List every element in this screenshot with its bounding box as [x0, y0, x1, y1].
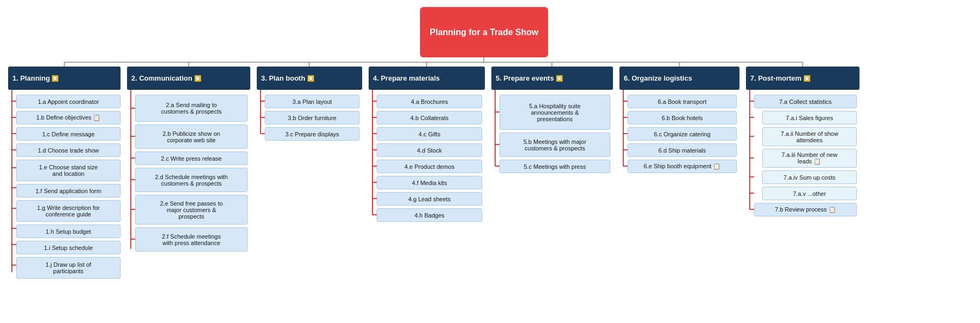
col2-label: 2. Communication	[131, 74, 192, 82]
col-header-logistics: 6. Organize logistics	[619, 67, 739, 90]
item-1i: 1.i Setup schedule	[16, 241, 121, 254]
col5-note-icon: 📋	[556, 75, 563, 82]
col-header-communication: 2. Communication 📋	[127, 67, 250, 90]
col1-note-icon: 📋	[52, 75, 58, 82]
item-1f: 1.f Send application form	[16, 184, 121, 197]
col-header-events: 5. Prepare events 📋	[491, 67, 613, 90]
item-1e: 1.e Choose stand sizeand location	[16, 160, 121, 181]
item-1g: 1.g Write description forconference guid…	[16, 200, 121, 222]
col5-label: 5. Prepare events	[496, 74, 554, 82]
item-6c: 6.c Organize catering	[628, 127, 737, 141]
col4-label: 4. Prepare materials	[373, 74, 440, 82]
col-header-planning: 1. Planning 📋	[8, 67, 121, 90]
item-2d: 2.d Schedule meetings withcustomers & pr…	[135, 168, 248, 192]
col7-label: 7. Post-mortem	[750, 74, 802, 82]
col6-label: 6. Organize logistics	[624, 74, 692, 82]
item-4f: 4.f Media kits	[377, 176, 482, 189]
item-6a: 6.a Book transport	[628, 95, 737, 108]
col7-note-icon: 📋	[804, 75, 810, 82]
item-1d: 1.d Choose trade show	[16, 143, 121, 157]
item-5a: 5.a Hospitality suiteannouncements &pres…	[499, 95, 610, 130]
item-4h: 4.h Badges	[377, 208, 482, 222]
item-1c: 1.c Define message	[16, 127, 121, 141]
item-7aiii: 7.a.iii Number of newleads 📋	[762, 149, 857, 168]
item-2b: 2.b Publicize show oncorporate web site	[135, 124, 248, 149]
item-7a: 7.a Collect statistics	[754, 95, 857, 108]
col-header-planbooth: 3. Plan booth 📋	[257, 67, 362, 90]
item-2f: 2.f Schedule meetingswith press attendan…	[135, 227, 248, 252]
item-2a: 2.a Send mailing tocustomers & prospects	[135, 95, 248, 122]
item-4c: 4.c Gifts	[377, 127, 482, 141]
root-label: Planning for a Trade Show	[430, 28, 538, 37]
item-3c: 3.c Prepare displays	[265, 127, 359, 141]
root-node: Planning for a Trade Show	[420, 7, 548, 57]
col1-label: 1. Planning	[12, 74, 50, 82]
item-4a: 4.a Brochures	[377, 95, 482, 108]
col3-label: 3. Plan booth	[261, 74, 305, 82]
item-6d: 6.d Ship materials	[628, 143, 737, 157]
item-4g: 4.g Lead sheets	[377, 192, 482, 206]
item-2e: 2.e Send free passes tomajor customers &…	[135, 195, 248, 225]
item-7ai: 7.a.i Sales figures	[762, 111, 857, 124]
item-1j: 1.j Draw up list ofparticipants	[16, 257, 121, 279]
item-4d: 4.d Stock	[377, 143, 482, 157]
item-2c: 2.c Write press release	[135, 151, 248, 165]
col2-note-icon: 📋	[195, 75, 201, 82]
item-7av: 7.a.v ...other	[762, 187, 857, 200]
col-header-materials: 4. Prepare materials	[369, 67, 485, 90]
item-4e: 4.e Product demos	[377, 160, 482, 173]
item-4b: 4.b Collaterals	[377, 111, 482, 124]
diagram-container: Planning for a Trade Show 1. Planning 📋 …	[0, 0, 980, 323]
item-5b: 5.b Meetings with majorcustomers & prosp…	[499, 133, 610, 157]
item-7b: 7.b Review process 📋	[754, 203, 857, 216]
col3-note-icon: 📋	[308, 75, 314, 82]
item-3a: 3.a Plan layout	[265, 95, 359, 108]
item-5c: 5.c Meetings with press	[499, 160, 610, 173]
item-1b: 1.b Define objectives 📋	[16, 111, 121, 124]
item-1a: 1.a Appoint coordinator	[16, 95, 121, 108]
item-7aii: 7.a.ii Number of showattendees	[762, 127, 857, 146]
item-1h: 1.h Setup budget	[16, 225, 121, 238]
item-3b: 3.b Order furniture	[265, 111, 359, 124]
item-7aiv: 7.a.iv Sum up costs	[762, 170, 857, 184]
col-header-postmortem: 7. Post-mortem 📋	[746, 67, 859, 90]
item-6e: 6.e Ship booth equipment 📋	[628, 160, 737, 173]
item-6b: 6.b Book hotels	[628, 111, 737, 124]
